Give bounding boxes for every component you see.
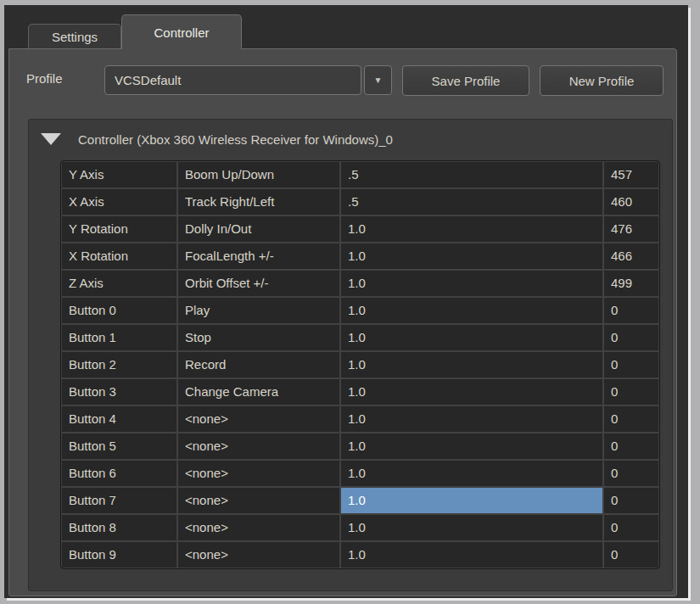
cell-input[interactable]: X Rotation [62, 243, 176, 269]
cell-input[interactable]: Y Rotation [62, 216, 176, 242]
cell-action[interactable]: Play [178, 298, 339, 323]
cell-action[interactable]: Dolly In/Out [178, 216, 339, 242]
cell-input[interactable]: Button 7 [62, 488, 176, 513]
cell-scale[interactable]: 1.0 [341, 542, 602, 568]
cell-action[interactable]: <none> [178, 515, 339, 540]
cell-action[interactable]: FocalLength +/- [178, 243, 339, 269]
controller-settings-window: Settings Controller Profile VCSDefault ▼… [4, 5, 688, 598]
cell-scale[interactable]: 1.0 [341, 298, 602, 323]
cell-input[interactable]: Button 1 [62, 325, 176, 350]
cell-scale[interactable]: 1.0 [341, 461, 602, 486]
tab-settings[interactable]: Settings [28, 24, 121, 49]
cell-scale[interactable]: 1.0 [341, 379, 602, 405]
profile-label: Profile [26, 71, 63, 86]
controller-device-section: Controller (Xbox 360 Wireless Receiver f… [28, 119, 673, 591]
cell-value[interactable]: 0 [604, 298, 658, 323]
controller-tab-page: Profile VCSDefault ▼ Save Profile New Pr… [8, 48, 677, 596]
cell-value[interactable]: 457 [604, 162, 658, 187]
cell-scale[interactable]: 1.0 [341, 488, 602, 513]
cell-value[interactable]: 0 [604, 352, 658, 378]
cell-value[interactable]: 0 [604, 406, 658, 432]
cell-scale[interactable]: 1.0 [341, 325, 602, 350]
cell-scale[interactable]: 1.0 [341, 352, 602, 378]
cell-input[interactable]: Button 8 [62, 515, 176, 540]
cell-action[interactable]: Record [178, 352, 339, 378]
tab-settings-label: Settings [52, 30, 98, 44]
cell-input[interactable]: Button 6 [62, 461, 176, 486]
cell-value[interactable]: 0 [604, 379, 658, 405]
controller-device-header[interactable]: Controller (Xbox 360 Wireless Receiver f… [29, 120, 672, 159]
cell-value[interactable]: 0 [604, 515, 658, 540]
controller-mapping-table: Y Axis Boom Up/Down .5 457 X Axis Track … [60, 160, 660, 569]
cell-action[interactable]: <none> [178, 406, 339, 432]
cell-scale[interactable]: 1.0 [341, 243, 602, 269]
cell-action[interactable]: <none> [178, 433, 339, 459]
expander-triangle-icon[interactable] [41, 133, 61, 145]
tab-controller-label: Controller [154, 25, 209, 40]
cell-action[interactable]: Boom Up/Down [178, 162, 339, 187]
cell-input[interactable]: Button 4 [62, 406, 176, 432]
cell-value[interactable]: 0 [604, 433, 658, 459]
cell-value[interactable]: 0 [604, 488, 658, 513]
cell-input[interactable]: Z Axis [62, 271, 176, 296]
cell-action[interactable]: <none> [178, 488, 339, 513]
profile-dropdown[interactable]: VCSDefault ▼ [104, 65, 392, 95]
cell-action[interactable]: <none> [178, 542, 339, 568]
cell-scale[interactable]: .5 [341, 162, 602, 187]
cell-scale[interactable]: .5 [341, 189, 602, 215]
cell-input[interactable]: Button 3 [62, 379, 176, 405]
cell-value[interactable]: 460 [604, 189, 658, 215]
cell-value[interactable]: 0 [604, 325, 658, 350]
cell-scale[interactable]: 1.0 [341, 515, 602, 540]
cell-scale[interactable]: 1.0 [341, 216, 602, 242]
cell-action[interactable]: <none> [178, 461, 339, 486]
cell-input[interactable]: Button 2 [62, 352, 176, 378]
cell-action[interactable]: Orbit Offset +/- [178, 271, 339, 296]
cell-scale[interactable]: 1.0 [341, 433, 602, 459]
cell-input[interactable]: Button 5 [62, 433, 176, 459]
profile-dropdown-value[interactable]: VCSDefault [104, 65, 361, 95]
cell-value[interactable]: 0 [604, 461, 658, 486]
chevron-down-icon[interactable]: ▼ [364, 65, 392, 95]
cell-value[interactable]: 0 [604, 542, 658, 568]
tab-controller[interactable]: Controller [121, 14, 242, 49]
save-profile-button[interactable]: Save Profile [402, 65, 529, 96]
new-profile-button[interactable]: New Profile [540, 65, 664, 96]
cell-scale[interactable]: 1.0 [341, 271, 602, 296]
cell-action[interactable]: Stop [178, 325, 339, 350]
cell-input[interactable]: Button 9 [62, 542, 176, 568]
cell-input[interactable]: Button 0 [62, 298, 176, 323]
cell-scale[interactable]: 1.0 [341, 406, 602, 432]
cell-value[interactable]: 476 [604, 216, 658, 242]
cell-input[interactable]: X Axis [62, 189, 176, 215]
cell-value[interactable]: 466 [604, 243, 658, 269]
cell-value[interactable]: 499 [604, 271, 658, 296]
controller-device-title: Controller (Xbox 360 Wireless Receiver f… [78, 132, 393, 147]
cell-input[interactable]: Y Axis [62, 162, 176, 187]
cell-action[interactable]: Track Right/Left [178, 189, 339, 215]
cell-action[interactable]: Change Camera [178, 379, 339, 405]
